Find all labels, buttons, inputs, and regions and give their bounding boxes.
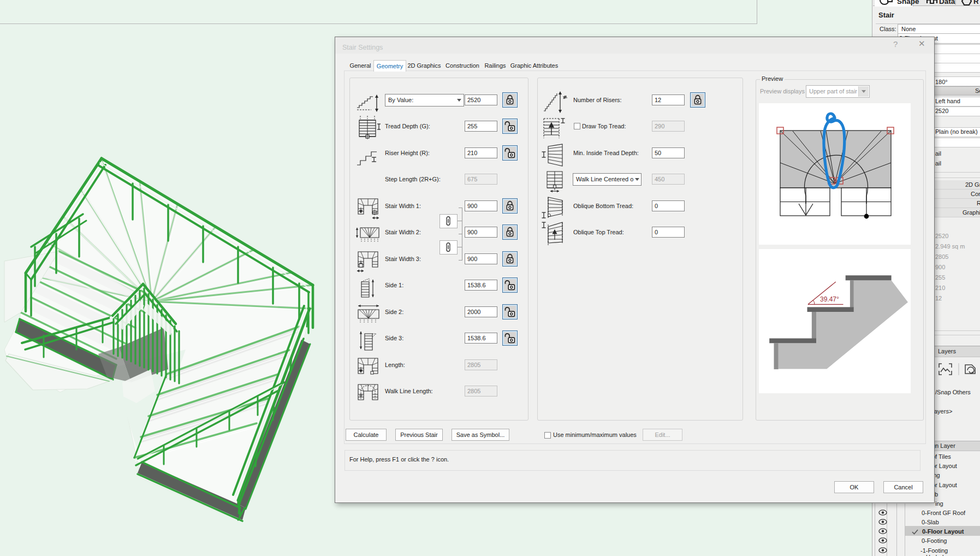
svg-text:39.47°: 39.47° bbox=[820, 295, 839, 303]
svg-text:Data: Data bbox=[939, 0, 955, 5]
svg-text:Shape: Shape bbox=[897, 0, 919, 5]
svg-text:Re: Re bbox=[973, 0, 978, 5]
